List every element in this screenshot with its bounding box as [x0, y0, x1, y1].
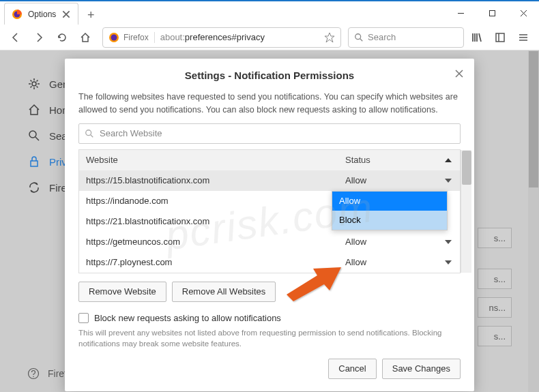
firefox-icon	[108, 32, 119, 43]
table-row[interactable]: https://getmeuncos.com Allow	[79, 232, 460, 252]
remove-all-websites-button[interactable]: Remove All Websites	[172, 282, 276, 302]
sidebar-toggle-button[interactable]	[490, 27, 510, 48]
block-new-requests-checkbox[interactable]	[78, 313, 89, 323]
browser-tab[interactable]: Options	[4, 3, 78, 25]
website-cell: https://21.blastnotificationx.com	[79, 216, 338, 226]
table-header: Website Status	[79, 150, 460, 170]
url-bar[interactable]: Firefox about:preferences#privacy	[102, 27, 341, 48]
column-status[interactable]: Status	[338, 155, 460, 165]
search-icon	[85, 129, 94, 138]
scrollbar-thumb[interactable]	[462, 151, 471, 185]
close-icon[interactable]	[61, 10, 71, 19]
dropdown-option-block[interactable]: Block	[332, 211, 447, 230]
dialog-close-button[interactable]	[452, 67, 466, 80]
permissions-table: Website Status https://15.blastnotificat…	[78, 149, 461, 273]
website-cell: https://indanode.com	[79, 196, 338, 206]
url-text: about:preferences#privacy	[160, 32, 319, 42]
status-dropdown[interactable]: Allow	[338, 175, 460, 185]
identity-label: Firefox	[123, 33, 149, 42]
table-actions: Remove Website Remove All Websites	[78, 282, 461, 302]
remove-website-button[interactable]: Remove Website	[78, 282, 166, 302]
home-button[interactable]	[75, 27, 96, 48]
titlebar: Options +	[0, 0, 539, 25]
minimize-button[interactable]	[445, 1, 476, 25]
column-website[interactable]: Website	[79, 155, 338, 165]
website-cell: https://15.blastnotificationx.com	[79, 175, 338, 185]
svg-rect-2	[489, 10, 495, 16]
content-area: General Home Search Privacy Firefox Fire…	[0, 50, 539, 392]
reload-button[interactable]	[52, 27, 72, 48]
status-dropdown[interactable]: Allow	[338, 237, 460, 247]
identity-box[interactable]: Firefox	[108, 32, 155, 43]
toolbar: Firefox about:preferences#privacy Search	[0, 25, 539, 50]
status-dropdown-menu: Allow Block	[332, 191, 448, 230]
sort-caret-icon	[445, 158, 452, 162]
search-placeholder: Search Website	[100, 128, 162, 138]
svg-point-5	[355, 33, 361, 39]
annotation-arrow	[283, 262, 345, 303]
search-placeholder: Search	[368, 32, 396, 42]
svg-rect-6	[496, 33, 504, 42]
dialog-title: Settings - Notification Permissions	[78, 70, 461, 81]
search-bar[interactable]: Search	[348, 27, 464, 48]
tab-title: Options	[28, 10, 56, 19]
svg-point-12	[86, 130, 91, 135]
menu-button[interactable]	[513, 27, 534, 48]
back-button[interactable]	[5, 27, 26, 48]
chevron-down-icon	[445, 260, 452, 265]
chevron-down-icon	[445, 179, 452, 183]
save-changes-button[interactable]: Save Changes	[382, 359, 461, 379]
checkbox-label: Block new requests asking to allow notif…	[94, 313, 281, 323]
dropdown-option-allow[interactable]: Allow	[332, 192, 447, 211]
library-button[interactable]	[467, 27, 487, 48]
notification-permissions-dialog: Settings - Notification Permissions The …	[65, 59, 474, 391]
cancel-button[interactable]: Cancel	[328, 359, 376, 379]
dialog-footer: Cancel Save Changes	[78, 359, 461, 379]
close-icon	[455, 70, 463, 78]
tabs-area: Options +	[0, 1, 445, 25]
forward-button[interactable]	[29, 27, 49, 48]
website-cell: https://getmeuncos.com	[79, 237, 338, 247]
dialog-description: The following websites have requested to…	[78, 91, 461, 117]
svg-point-4	[111, 34, 117, 40]
table-row[interactable]: https://7.ploynest.com Allow	[79, 252, 460, 273]
checkbox-description: This will prevent any websites not liste…	[78, 327, 461, 349]
block-new-requests-row: Block new requests asking to allow notif…	[78, 313, 461, 323]
bookmark-star-icon[interactable]	[324, 32, 335, 43]
status-dropdown[interactable]: Allow	[338, 257, 460, 267]
search-website-input[interactable]: Search Website	[78, 123, 461, 144]
table-row[interactable]: https://15.blastnotificationx.com Allow	[79, 170, 460, 191]
window-controls	[445, 1, 539, 25]
search-icon	[354, 33, 364, 42]
table-scrollbar[interactable]	[461, 150, 471, 273]
chevron-down-icon	[445, 240, 452, 244]
close-window-button[interactable]	[508, 1, 539, 25]
firefox-icon	[12, 9, 23, 20]
new-tab-button[interactable]: +	[81, 5, 100, 25]
maximize-button[interactable]	[476, 1, 508, 25]
